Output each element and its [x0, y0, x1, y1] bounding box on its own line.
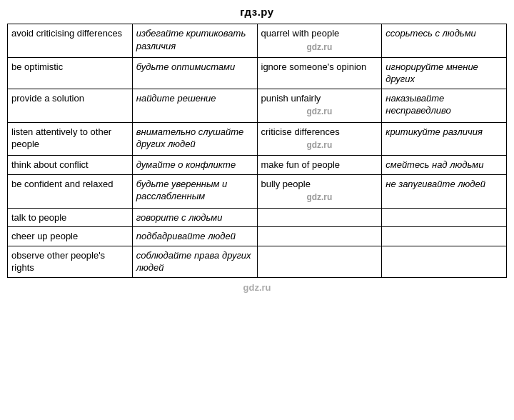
table-row [257, 246, 382, 277]
table-row: ссорьтесь с людьми [382, 24, 507, 58]
table-row [382, 227, 507, 246]
table-row: найдите решение [132, 89, 257, 122]
table-row: внимательно слушайте других людей [132, 122, 257, 156]
site-title: гдз.ру [240, 6, 273, 18]
table-row: be confident and relaxed [8, 174, 133, 208]
table-row [382, 208, 507, 227]
table-row: не запугивайте людей [382, 174, 507, 208]
table-row [257, 227, 382, 246]
table-row: bully peoplegdz.ru [257, 174, 382, 208]
table-row: talk to people [8, 208, 133, 227]
table-row: criticise differencesgdz.ru [257, 122, 382, 156]
table-row: подбадривайте людей [132, 227, 257, 246]
table-row [257, 208, 382, 227]
vocabulary-table: avoid criticising differencesизбегайте к… [7, 24, 507, 278]
table-row: observe other people's rights [8, 246, 133, 277]
table-row: говорите с людьми [132, 208, 257, 227]
table-row: be optimistic [8, 57, 133, 89]
table-row: соблюдайте права других людей [132, 246, 257, 277]
table-row [382, 246, 507, 277]
footer-watermark: gdz.ru [243, 282, 271, 293]
table-row: будьте оптимистами [132, 57, 257, 89]
table-row: будьте уверенным и расслабленным [132, 174, 257, 208]
table-row: cheer up people [8, 227, 133, 246]
table-row: думайте о конфликте [132, 156, 257, 175]
table-row: avoid criticising differences [8, 24, 133, 58]
table-row: избегайте критиковать различия [132, 24, 257, 58]
table-row: punish unfairlygdz.ru [257, 89, 382, 122]
table-row: make fun of people [257, 156, 382, 175]
table-row: игнорируйте мнение других [382, 57, 507, 89]
table-row: listen attentively to other people [8, 122, 133, 156]
table-row: ignore someone's opinion [257, 57, 382, 89]
table-row: критикуйте различия [382, 122, 507, 156]
table-row: смейтесь над людьми [382, 156, 507, 175]
table-row: think about conflict [8, 156, 133, 175]
table-row: provide a solution [8, 89, 133, 122]
table-row: наказывайте несправедливо [382, 89, 507, 122]
table-row: quarrel with peoplegdz.ru [257, 24, 382, 58]
